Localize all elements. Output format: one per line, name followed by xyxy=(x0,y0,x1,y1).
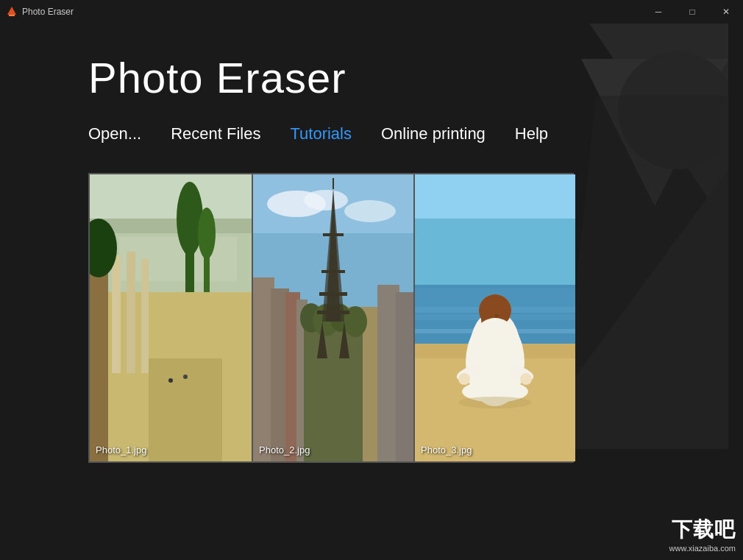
main-content: Photo Eraser Open... Recent Files Tutori… xyxy=(0,24,743,492)
svg-point-69 xyxy=(458,373,470,385)
svg-rect-35 xyxy=(396,292,413,461)
svg-rect-48 xyxy=(317,311,349,314)
watermark-bottom: www.xiazaiba.com xyxy=(669,544,736,553)
titlebar: Photo Eraser ─ □ ✕ xyxy=(0,0,743,24)
titlebar-title: Photo Eraser xyxy=(22,7,74,17)
photo-label-2: Photo_2.jpg xyxy=(259,444,310,456)
svg-rect-22 xyxy=(90,248,108,461)
photo-cell-1[interactable]: Photo_1.jpg xyxy=(90,174,252,461)
nav-tutorials[interactable]: Tutorials xyxy=(290,124,352,143)
photo-image-2 xyxy=(253,174,413,461)
nav-open[interactable]: Open... xyxy=(88,124,141,143)
svg-point-28 xyxy=(344,200,396,222)
svg-rect-45 xyxy=(323,233,344,236)
svg-point-20 xyxy=(168,378,173,383)
svg-rect-10 xyxy=(119,237,237,281)
svg-rect-46 xyxy=(321,270,345,273)
svg-rect-18 xyxy=(141,259,149,373)
maximize-button[interactable]: □ xyxy=(675,0,709,24)
photo-grid: Photo_1.jpg xyxy=(88,173,574,463)
svg-marker-0 xyxy=(7,7,16,15)
photo-label-3: Photo_3.jpg xyxy=(421,444,472,456)
photo-image-3 xyxy=(415,174,575,461)
svg-rect-19 xyxy=(149,358,222,461)
svg-point-14 xyxy=(198,208,216,259)
photo-cell-2[interactable]: Photo_2.jpg xyxy=(252,174,413,461)
app-icon xyxy=(6,6,18,18)
svg-rect-16 xyxy=(112,255,121,373)
svg-point-72 xyxy=(458,397,532,408)
photo-cell-3[interactable]: Photo_3.jpg xyxy=(413,174,575,461)
photo-label-1: Photo_1.jpg xyxy=(96,444,146,456)
svg-rect-36 xyxy=(304,322,363,461)
svg-rect-47 xyxy=(319,292,347,296)
close-button[interactable]: ✕ xyxy=(709,0,743,24)
photo-image-1 xyxy=(90,174,252,461)
nav-bar: Open... Recent Files Tutorials Online pr… xyxy=(88,124,655,143)
svg-point-21 xyxy=(183,375,188,379)
minimize-button[interactable]: ─ xyxy=(641,0,675,24)
svg-rect-17 xyxy=(127,252,135,373)
watermark-top: 下载吧 xyxy=(669,516,736,544)
nav-recent-files[interactable]: Recent Files xyxy=(171,124,260,143)
titlebar-controls: ─ □ ✕ xyxy=(641,0,743,24)
svg-point-27 xyxy=(304,190,348,210)
svg-rect-51 xyxy=(415,174,575,219)
watermark: 下载吧 www.xiazaiba.com xyxy=(669,516,736,553)
app-title: Photo Eraser xyxy=(88,53,655,102)
svg-rect-1 xyxy=(9,15,15,16)
nav-help[interactable]: Help xyxy=(515,124,548,143)
nav-online-printing[interactable]: Online printing xyxy=(381,124,486,143)
titlebar-left: Photo Eraser xyxy=(6,6,74,18)
svg-point-70 xyxy=(520,373,532,385)
